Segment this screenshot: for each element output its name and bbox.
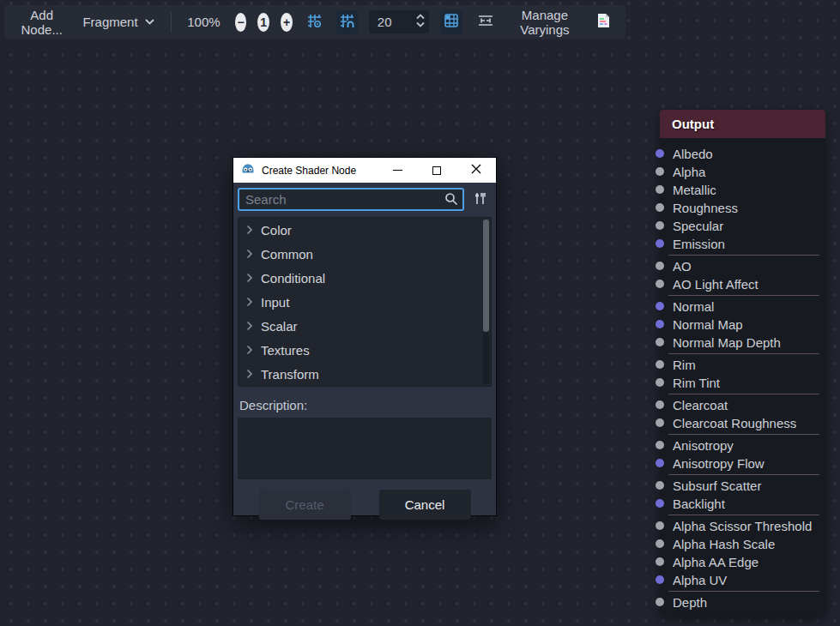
minimize-icon xyxy=(393,170,402,171)
dialog-buttons: Create Cancel xyxy=(238,490,492,520)
port-socket[interactable] xyxy=(656,441,664,449)
snap-distance-spinner[interactable] xyxy=(369,10,429,33)
tree-item-scalar[interactable]: Scalar xyxy=(239,314,491,338)
grid-magnet-icon xyxy=(340,14,354,31)
shader-mode-dropdown[interactable]: Fragment xyxy=(79,11,157,33)
chevron-right-icon[interactable] xyxy=(246,297,253,307)
port-socket[interactable] xyxy=(656,378,664,387)
output-port-row: Clearcoat xyxy=(660,396,825,414)
tree-item-transform[interactable]: Transform xyxy=(239,362,491,386)
tree-item-label: Transform xyxy=(261,367,319,382)
port-group-separator xyxy=(668,434,819,435)
shader-mode-label: Fragment xyxy=(82,15,137,29)
port-label: Anisotropy xyxy=(673,438,734,453)
output-node[interactable]: Output AlbedoAlphaMetallicRoughnessSpecu… xyxy=(660,110,825,616)
port-socket[interactable] xyxy=(656,221,664,230)
port-socket[interactable] xyxy=(656,598,664,606)
port-socket[interactable] xyxy=(656,203,664,212)
filter-button[interactable] xyxy=(468,188,492,211)
output-port-row: Normal xyxy=(660,298,825,316)
port-label: Backlight xyxy=(673,497,725,511)
port-socket[interactable] xyxy=(656,167,664,176)
shader-file-button[interactable] xyxy=(592,9,614,34)
port-label: Metallic xyxy=(673,183,716,197)
port-socket[interactable] xyxy=(656,418,664,427)
port-socket[interactable] xyxy=(656,459,664,467)
port-socket[interactable] xyxy=(656,280,664,288)
port-socket[interactable] xyxy=(656,320,664,328)
tree-item-textures[interactable]: Textures xyxy=(239,338,491,362)
port-group-separator xyxy=(668,394,819,394)
output-port-row: Alpha Hash Scale xyxy=(660,535,825,553)
search-input[interactable] xyxy=(238,188,464,211)
create-button[interactable]: Create xyxy=(259,490,351,520)
port-group-separator xyxy=(668,353,819,354)
port-label: Subsurf Scatter xyxy=(673,479,761,493)
arrange-nodes-button[interactable] xyxy=(474,10,498,33)
port-group-separator xyxy=(668,255,819,256)
description-text xyxy=(238,418,492,479)
tree-item-color[interactable]: Color xyxy=(239,218,491,242)
port-label: Albedo xyxy=(673,147,713,161)
port-socket[interactable] xyxy=(656,338,664,346)
tree-item-label: Scalar xyxy=(261,319,298,334)
graph-toolbar: Add Node... Fragment 100% − 1 + xyxy=(4,5,625,39)
port-label: Anisotropy Flow xyxy=(673,456,764,471)
zoom-out-button[interactable]: − xyxy=(235,13,247,32)
port-socket[interactable] xyxy=(656,149,664,158)
chevron-right-icon[interactable] xyxy=(246,273,253,283)
graph-canvas[interactable]: Add Node... Fragment 100% − 1 + xyxy=(0,0,840,626)
manage-varyings-button[interactable]: Manage Varyings xyxy=(509,4,581,40)
output-port-row: Anisotropy xyxy=(660,436,825,454)
tree-item-conditional[interactable]: Conditional xyxy=(239,266,491,290)
snap-distance-input[interactable] xyxy=(378,15,415,29)
zoom-percent-label: 100% xyxy=(184,15,223,29)
minimap-toggle-button[interactable] xyxy=(440,9,462,34)
dialog-title: Create Shader Node xyxy=(262,165,356,177)
close-button[interactable] xyxy=(456,158,496,183)
chevron-right-icon[interactable] xyxy=(246,345,253,355)
zoom-reset-button[interactable]: 1 xyxy=(257,13,269,32)
port-label: Alpha xyxy=(673,165,705,179)
port-label: Rim Tint xyxy=(673,376,720,390)
dialog-titlebar[interactable]: Create Shader Node xyxy=(233,158,496,183)
port-label: Normal xyxy=(673,299,714,314)
cancel-button[interactable]: Cancel xyxy=(379,490,471,520)
port-socket[interactable] xyxy=(656,239,664,248)
spinner-arrows-icon[interactable] xyxy=(415,13,426,31)
port-socket[interactable] xyxy=(656,575,664,584)
zoom-in-button[interactable]: + xyxy=(281,13,293,32)
output-port-row: Albedo xyxy=(660,145,825,163)
maximize-icon xyxy=(432,166,441,175)
tree-item-label: Textures xyxy=(261,343,310,358)
chevron-right-icon[interactable] xyxy=(246,225,253,235)
port-socket[interactable] xyxy=(656,360,664,369)
port-label: Normal Map Depth xyxy=(673,335,781,350)
port-socket[interactable] xyxy=(656,557,664,566)
snap-settings-button[interactable] xyxy=(304,10,325,34)
maximize-button[interactable] xyxy=(417,158,456,183)
port-socket[interactable] xyxy=(656,481,664,490)
output-node-header[interactable]: Output xyxy=(660,110,825,138)
tree-item-input[interactable]: Input xyxy=(239,290,491,314)
port-socket[interactable] xyxy=(656,499,664,508)
port-socket[interactable] xyxy=(656,539,664,548)
port-label: AO xyxy=(673,259,692,274)
tree-item-common[interactable]: Common xyxy=(239,242,491,266)
minimize-button[interactable] xyxy=(378,158,417,183)
chevron-right-icon[interactable] xyxy=(246,321,253,331)
chevron-right-icon[interactable] xyxy=(246,369,253,379)
port-label: Normal Map xyxy=(673,317,743,332)
output-port-row: Metallic xyxy=(660,181,825,199)
add-node-button[interactable]: Add Node... xyxy=(15,4,68,40)
chevron-right-icon[interactable] xyxy=(246,249,253,259)
port-socket[interactable] xyxy=(656,262,664,270)
port-socket[interactable] xyxy=(656,521,664,530)
port-socket[interactable] xyxy=(656,185,664,194)
tree-scrollbar[interactable] xyxy=(483,220,489,384)
port-socket[interactable] xyxy=(656,400,664,409)
port-socket[interactable] xyxy=(656,302,664,310)
tree-scrollbar-thumb[interactable] xyxy=(483,220,489,332)
output-port-row: AO Light Affect xyxy=(660,275,825,293)
snap-toggle-button[interactable] xyxy=(336,10,358,34)
